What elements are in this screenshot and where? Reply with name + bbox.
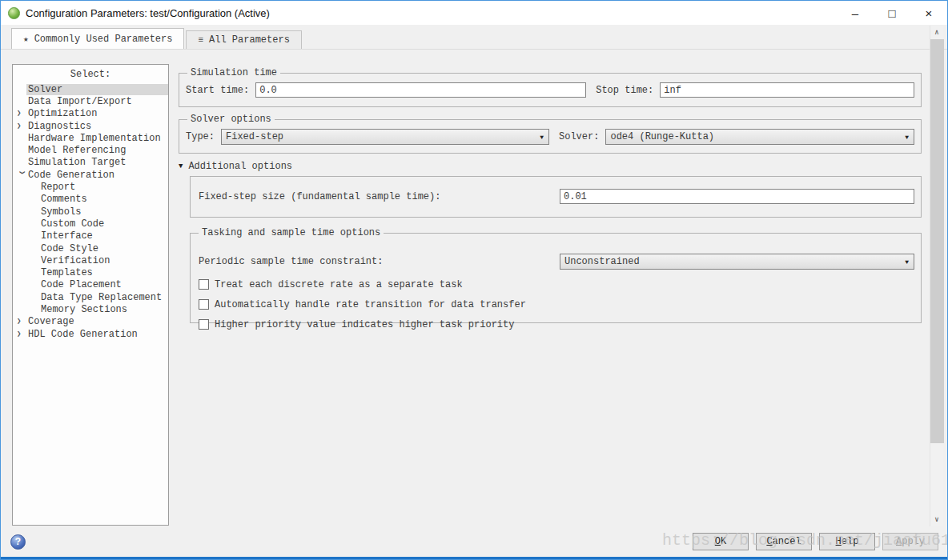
stop-time-label: Stop time: [596, 85, 653, 96]
tree-item[interactable]: ❯ HDL Code Generation [13, 328, 168, 340]
tree-header: Select: [13, 65, 168, 83]
tree-item[interactable]: ❯ Optimization [13, 108, 168, 120]
tree-item[interactable]: Code Placement [13, 279, 168, 291]
tree-item[interactable]: Verification [13, 254, 168, 266]
tab-bar: ★ Commonly Used Parameters ≡ All Paramet… [1, 25, 947, 50]
solver-value: ode4 (Runge-Kutta) [610, 131, 714, 142]
tree-item[interactable]: Hardware Implementation [13, 132, 168, 144]
fixed-step-size-input[interactable] [560, 189, 914, 204]
tree-item[interactable]: Custom Code [13, 218, 168, 230]
apply-button-label: Apply [896, 536, 925, 547]
checkbox-row[interactable]: Automatically handle rate transition for… [199, 294, 526, 314]
solver-options-legend: Solver options [187, 114, 275, 125]
minimize-button[interactable]: – [837, 1, 874, 25]
tree-item-label: Templates [39, 267, 168, 278]
additional-options-expander[interactable]: ▼ Additional options [179, 161, 292, 172]
chevron-down-icon: ▼ [905, 258, 909, 266]
tree-item[interactable]: Comments [13, 194, 168, 206]
tree-item[interactable]: ❯ Diagnostics [13, 120, 168, 132]
window-bottom-border [1, 557, 947, 559]
solver-label: Solver: [559, 131, 599, 142]
stop-time-input[interactable] [660, 82, 914, 98]
solver-type-dropdown[interactable]: Fixed-step ▼ [221, 129, 549, 145]
cancel-button[interactable]: Cancel [756, 533, 812, 550]
expander-arrow-icon: ▼ [179, 162, 183, 170]
chevron-down-icon: ▼ [540, 134, 544, 141]
tree-item-label: Hardware Implementation [26, 133, 168, 144]
checkbox-row[interactable]: Treat each discrete rate as a separate t… [199, 274, 526, 294]
maximize-button[interactable]: □ [874, 1, 910, 25]
window-title: Configuration Parameters: test/Configura… [26, 7, 270, 19]
tree-item[interactable]: Model Referencing [13, 144, 168, 156]
tree-expand-icon[interactable]: ❯ [17, 122, 26, 130]
start-time-input[interactable] [255, 82, 586, 98]
content-area: Select: Solver Data Import/Export ❯ [1, 50, 947, 526]
tree-item-label: Comments [39, 194, 168, 205]
simulink-config-icon [8, 7, 20, 19]
tree-item[interactable]: Templates [13, 266, 168, 278]
ok-button[interactable]: OK [693, 533, 749, 550]
cancel-button-label: Cancel [766, 536, 801, 547]
tree-item-label: Data Type Replacement [39, 292, 168, 303]
periodic-constraint-dropdown[interactable]: Unconstrained ▼ [560, 254, 914, 270]
parameter-tree-panel: Select: Solver Data Import/Export ❯ [12, 64, 169, 526]
tree-expand-icon[interactable]: ❯ [17, 318, 26, 326]
scroll-up-icon[interactable]: ∧ [930, 26, 943, 39]
tree-item[interactable]: Solver [13, 83, 168, 95]
tree-item[interactable]: Report [13, 181, 168, 193]
title-bar: Configuration Parameters: test/Configura… [1, 1, 947, 25]
tree-item[interactable]: ❯ Code Generation [13, 169, 168, 181]
help-button[interactable]: Help [819, 533, 875, 550]
fixed-step-size-box: Fixed-step size (fundamental sample time… [190, 176, 922, 218]
tree-item[interactable]: Data Type Replacement [13, 291, 168, 303]
help-icon[interactable]: ? [10, 534, 26, 550]
tree-item-label: Verification [39, 255, 168, 266]
checkbox[interactable] [199, 299, 209, 310]
tree-item-label: Memory Sections [39, 304, 168, 315]
checkbox[interactable] [199, 319, 209, 330]
tasking-options-legend: Tasking and sample time options [199, 227, 384, 238]
tree-expand-icon[interactable]: ❯ [18, 170, 26, 180]
tree-item[interactable]: Code Style [13, 242, 168, 254]
tree-item[interactable]: Interface [13, 230, 168, 242]
vertical-scrollbar[interactable]: ∧ ∨ [930, 26, 943, 526]
ok-button-label: OK [715, 536, 726, 547]
tree-item-label: Coverage [26, 316, 168, 327]
checkbox-label: Treat each discrete rate as a separate t… [215, 279, 463, 290]
tasking-checkbox-list: Treat each discrete rate as a separate t… [199, 274, 526, 334]
tree-item[interactable]: Simulation Target [13, 157, 168, 169]
simulation-time-group: Simulation time Start time: Stop time: [179, 67, 922, 107]
tree-expand-icon[interactable]: ❯ [17, 330, 26, 338]
tree-item-label: HDL Code Generation [26, 329, 168, 340]
parameter-tree: Solver Data Import/Export ❯ Optimization… [13, 83, 168, 340]
tree-item-label: Code Style [39, 243, 168, 254]
periodic-constraint-value: Unconstrained [564, 256, 640, 267]
scroll-down-icon[interactable]: ∨ [930, 513, 943, 526]
tab-all-parameters[interactable]: ≡ All Parameters [186, 30, 301, 49]
help-button-label: Help [836, 536, 859, 547]
close-button[interactable]: × [910, 1, 947, 25]
solver-type-label: Type: [186, 131, 215, 142]
fixed-step-size-label: Fixed-step size (fundamental sample time… [199, 191, 440, 202]
solver-dropdown[interactable]: ode4 (Runge-Kutta) ▼ [605, 129, 914, 145]
tree-item-label: Symbols [39, 206, 168, 218]
tab-commonly-used-parameters[interactable]: ★ Commonly Used Parameters [11, 28, 184, 49]
tree-item-label: Simulation Target [26, 157, 168, 168]
tree-item[interactable]: Memory Sections [13, 303, 168, 315]
configuration-parameters-window: Configuration Parameters: test/Configura… [0, 0, 948, 560]
tree-item-label: Data Import/Export [26, 96, 168, 107]
apply-button[interactable]: Apply [882, 533, 938, 550]
checkbox[interactable] [199, 279, 209, 290]
checkbox-row[interactable]: Higher priority value indicates higher t… [199, 314, 526, 334]
tree-item[interactable]: Data Import/Export [13, 95, 168, 107]
tree-expand-icon[interactable]: ❯ [17, 110, 26, 118]
tree-item[interactable]: ❯ Coverage [13, 316, 168, 328]
simulation-time-legend: Simulation time [187, 67, 280, 78]
dialog-buttons: OK Cancel Help Apply [693, 533, 938, 550]
additional-options-header: Additional options [188, 161, 292, 172]
tree-item-label: Diagnostics [26, 121, 168, 132]
scrollbar-thumb[interactable] [930, 39, 944, 443]
tree-item[interactable]: Symbols [13, 206, 168, 218]
tree-item-label: Solver [26, 84, 168, 95]
tab-label: All Parameters [209, 34, 290, 46]
